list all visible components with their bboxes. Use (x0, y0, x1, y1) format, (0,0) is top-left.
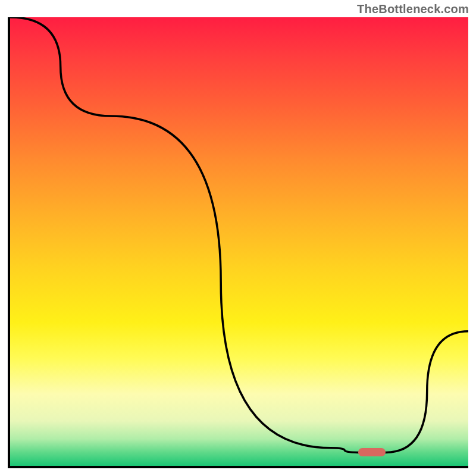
chart-gradient-background (10, 17, 468, 466)
optimal-range-marker (358, 448, 386, 456)
chart-plot-area (8, 17, 468, 468)
attribution-text: TheBottleneck.com (357, 2, 469, 16)
